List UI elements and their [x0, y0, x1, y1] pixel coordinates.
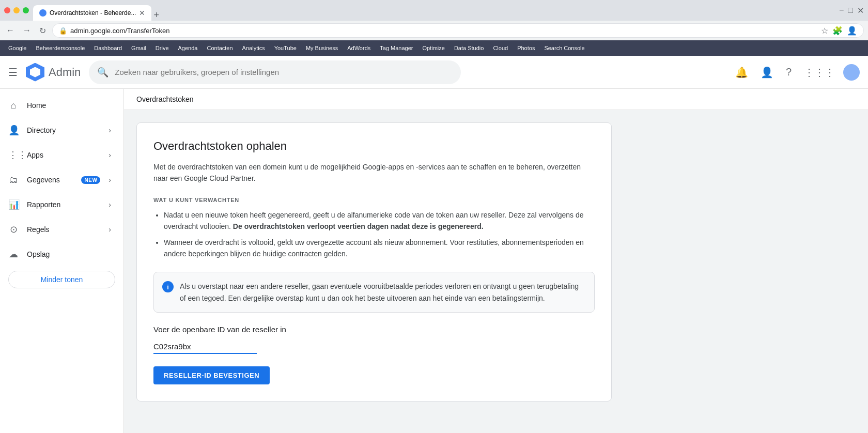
bookmark-analytics[interactable]: Analytics	[238, 43, 269, 53]
transfer-token-card: Overdrachtstoken ophalen Met de overdrac…	[136, 122, 612, 401]
fullscreen-button[interactable]: □	[848, 6, 853, 15]
back-button[interactable]: ←	[4, 24, 17, 37]
bookmark-my-business[interactable]: My Business	[302, 43, 342, 53]
reseller-id-input[interactable]	[153, 340, 257, 354]
bullet-item-2: Wanneer de overdracht is voltooid, geldt…	[164, 237, 595, 260]
forward-button[interactable]: →	[21, 24, 33, 37]
sidebar-item-regels[interactable]: ⊙Regels›	[0, 217, 119, 242]
card-title: Overdrachtstoken ophalen	[153, 140, 595, 153]
sidebar-label-home: Home	[27, 101, 111, 110]
bookmark-google[interactable]: Google	[4, 43, 30, 53]
hamburger-menu[interactable]: ☰	[8, 66, 18, 79]
bullet-1-bold: De overdrachtstoken verloopt veertien da…	[233, 222, 484, 230]
browser-chrome: Overdrachtstoken - Beheerde... ✕ + − □ ✕	[0, 0, 868, 21]
app-name: Admin	[49, 66, 81, 79]
info-box: i Als u overstapt naar een andere resell…	[153, 272, 595, 313]
chevron-apps: ›	[109, 151, 111, 159]
chevron-rapporten: ›	[109, 200, 111, 209]
address-bar-actions: ☆ 🧩 👤	[821, 26, 857, 36]
sidebar-label-gegevens: Gegevens	[27, 176, 73, 184]
sidebar-item-rapporten[interactable]: 📊Rapporten›	[0, 192, 119, 217]
app-container: ☰ Admin 🔍 🔔 👤 ? ⋮⋮⋮ ⌂Home👤Directory›⋮⋮Ap…	[0, 56, 868, 433]
bookmark-dashboard[interactable]: Dashboard	[90, 43, 126, 53]
profile-icon[interactable]: 👤	[847, 26, 857, 36]
content-area: ⌂Home👤Directory›⋮⋮Apps›🗂GegevensNEW›📊Rap…	[0, 89, 868, 433]
bookmark-gmail[interactable]: Gmail	[127, 43, 150, 53]
notification-icon[interactable]: 🔔	[731, 62, 752, 83]
app-logo: Admin	[26, 63, 81, 82]
bullet-2-normal: Wanneer de overdracht is voltooid, geldt…	[164, 238, 584, 258]
breadcrumb-text: Overdrachtstoken	[136, 95, 194, 103]
maximize-dot[interactable]	[23, 7, 29, 13]
close-dot[interactable]	[4, 7, 10, 13]
bookmarks-bar: GoogleBeheerdersconsoleDashboardGmailDri…	[0, 40, 868, 56]
bookmark-adwords[interactable]: AdWords	[343, 43, 375, 53]
sidebar: ⌂Home👤Directory›⋮⋮Apps›🗂GegevensNEW›📊Rap…	[0, 89, 124, 433]
bookmark-drive[interactable]: Drive	[151, 43, 173, 53]
extensions-icon[interactable]: 🧩	[832, 26, 843, 36]
info-icon: i	[162, 281, 174, 292]
sidebar-item-directory[interactable]: 👤Directory›	[0, 118, 119, 143]
bullet-item-1: Nadat u een nieuwe token heeft gegeneree…	[164, 209, 595, 233]
active-tab[interactable]: Overdrachtstoken - Beheerde... ✕	[33, 5, 151, 21]
main-body: Overdrachtstoken ophalen Met de overdrac…	[124, 110, 868, 414]
bookmark-optimize[interactable]: Optimize	[419, 43, 449, 53]
help-icon[interactable]: ?	[782, 62, 796, 82]
search-icon: 🔍	[97, 67, 109, 78]
address-text: admin.google.com/TransferToken	[70, 27, 818, 35]
search-bar[interactable]: 🔍	[89, 60, 461, 84]
top-bar-actions: 🔔 👤 ? ⋮⋮⋮	[731, 62, 860, 83]
opslag-icon: ☁	[8, 249, 19, 260]
bookmark-beheerdersconsole[interactable]: Beheerdersconsole	[32, 43, 89, 53]
sidebar-item-gegevens[interactable]: 🗂GegevensNEW›	[0, 167, 119, 192]
star-icon[interactable]: ☆	[821, 26, 828, 36]
rapporten-icon: 📊	[8, 199, 19, 210]
apps-icon: ⋮⋮	[8, 149, 19, 161]
support-icon[interactable]: 👤	[756, 62, 778, 83]
minimize-dot[interactable]	[13, 7, 20, 13]
bookmark-contacten[interactable]: Contacten	[203, 43, 237, 53]
card-description: Met de overdrachtstoken van een domein k…	[153, 161, 595, 184]
close-button[interactable]: ✕	[857, 6, 864, 16]
info-text: Als u overstapt naar een andere reseller…	[180, 281, 586, 304]
tab-title: Overdrachtstoken - Beheerde...	[50, 9, 136, 17]
tab-close-button[interactable]: ✕	[139, 9, 145, 17]
bookmark-photos[interactable]: Photos	[513, 43, 539, 53]
field-label: Voer de openbare ID van de reseller in	[153, 325, 595, 334]
directory-icon: 👤	[8, 125, 19, 136]
logo-inner	[30, 67, 40, 78]
address-bar[interactable]: 🔒 admin.google.com/TransferToken ☆ 🧩 👤	[52, 23, 864, 38]
search-input[interactable]	[115, 68, 453, 76]
avatar[interactable]	[843, 64, 860, 81]
top-bar: ☰ Admin 🔍 🔔 👤 ? ⋮⋮⋮	[0, 56, 868, 89]
browser-actions: − □ ✕	[839, 6, 864, 16]
tab-favicon	[39, 9, 47, 17]
gegevens-icon: 🗂	[8, 175, 19, 185]
apps-grid-icon[interactable]: ⋮⋮⋮	[800, 62, 839, 83]
reload-button[interactable]: ↻	[37, 24, 48, 38]
sidebar-item-apps[interactable]: ⋮⋮Apps›	[0, 143, 119, 167]
bookmark-data-studio[interactable]: Data Studio	[450, 43, 488, 53]
confirm-button[interactable]: RESELLER-ID BEVESTIGEN	[153, 366, 270, 384]
minimize-button[interactable]: −	[839, 6, 844, 15]
bookmark-tag-manager[interactable]: Tag Manager	[376, 43, 417, 53]
chevron-regels: ›	[109, 225, 111, 234]
main-content: Overdrachtstoken Overdrachtstoken ophale…	[124, 89, 868, 433]
show-less-button[interactable]: Minder tonen	[8, 271, 115, 288]
sidebar-item-opslag[interactable]: ☁Opslag	[0, 242, 119, 267]
bookmark-agenda[interactable]: Agenda	[174, 43, 202, 53]
wat-label: WAT U KUNT VERWACHTEN	[153, 197, 595, 203]
sidebar-label-directory: Directory	[27, 126, 100, 134]
breadcrumb: Overdrachtstoken	[124, 89, 868, 110]
reseller-id-field	[153, 340, 595, 354]
lock-icon: 🔒	[59, 27, 67, 35]
sidebar-item-home[interactable]: ⌂Home	[0, 93, 119, 118]
logo-icon	[26, 63, 44, 82]
bookmark-youtube[interactable]: YouTube	[270, 43, 301, 53]
address-bar-row: ← → ↻ 🔒 admin.google.com/TransferToken ☆…	[0, 21, 868, 40]
new-tab-button[interactable]: +	[153, 10, 159, 21]
tab-bar: Overdrachtstoken - Beheerde... ✕ +	[33, 0, 835, 21]
bookmark-cloud[interactable]: Cloud	[489, 43, 512, 53]
bookmark-search-console[interactable]: Search Console	[540, 43, 588, 53]
home-icon: ⌂	[8, 100, 19, 111]
